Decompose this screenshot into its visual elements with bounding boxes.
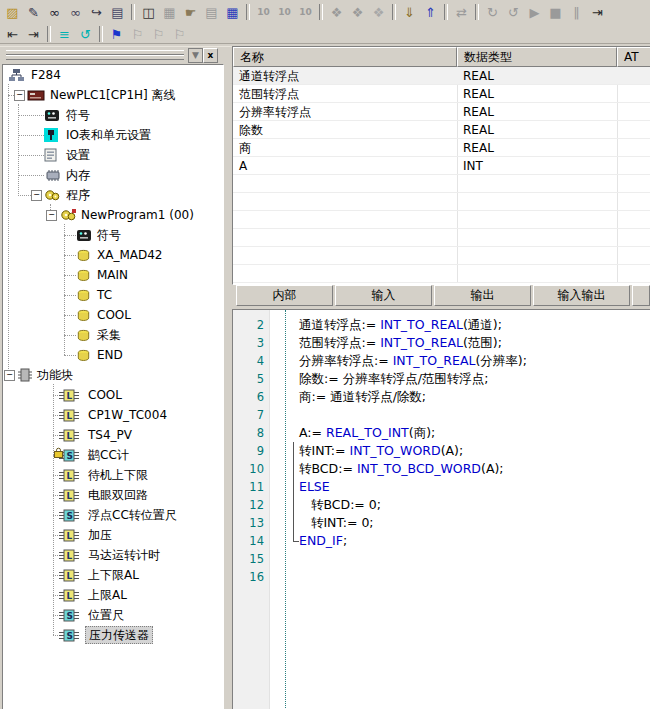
watch3-icon[interactable]: 10 — [295, 3, 316, 21]
tree-item[interactable]: COOL — [3, 305, 223, 325]
monitor-icon[interactable]: ❖ — [326, 3, 347, 21]
grid-icon[interactable]: ▦ — [159, 3, 180, 21]
table-empty-row[interactable] — [233, 247, 650, 265]
table-empty-row[interactable] — [233, 211, 650, 229]
stop-icon[interactable]: ■ — [545, 3, 566, 21]
tree-item[interactable]: IO表和单元设置 — [3, 125, 223, 145]
expand-toggle[interactable]: − — [46, 210, 57, 221]
expand-toggle[interactable]: − — [4, 370, 15, 381]
var-tab-output[interactable]: 输出 — [434, 285, 531, 306]
time-chart-icon[interactable]: ❖ — [368, 3, 389, 21]
expand-toggle[interactable]: − — [31, 190, 42, 201]
monitor-mode-icon[interactable]: ↺ — [503, 3, 524, 21]
diff-monitor-icon[interactable]: ❖ — [347, 3, 368, 21]
var-tab-internal[interactable]: 内部 — [236, 285, 333, 306]
indent-icon[interactable]: ⇥ — [23, 25, 44, 43]
bookmark-gray-icon[interactable]: ⚐ — [127, 25, 148, 43]
column-header[interactable]: AT — [617, 47, 650, 67]
tree-item[interactable]: −NewProgram1 (00) — [3, 205, 223, 225]
revert-list-icon[interactable]: ↺ — [75, 25, 96, 43]
workspace-close-button[interactable]: x — [203, 48, 218, 63]
st-code-text: (A); — [441, 443, 464, 458]
line-number: 5 — [233, 370, 264, 388]
tree-item[interactable]: XA_MAD42 — [3, 245, 223, 265]
find-icon[interactable]: ∞ — [44, 3, 65, 21]
svg-text:L: L — [67, 491, 73, 501]
align-list-icon[interactable]: ≡ — [54, 25, 75, 43]
tree-item[interactable]: L电眼双回路 — [3, 485, 223, 505]
run-icon[interactable]: ▶ — [524, 3, 545, 21]
table-empty-row[interactable] — [233, 265, 650, 283]
expand-toggle[interactable]: − — [14, 90, 25, 101]
workspace-dropdown-button[interactable]: ▼ — [188, 48, 203, 63]
io-dialog-icon[interactable]: ▦ — [222, 3, 243, 21]
var-type-cell: REAL — [457, 67, 623, 85]
tree-item[interactable]: F284 — [3, 65, 223, 85]
pause-icon[interactable]: ‖ — [566, 3, 587, 21]
st-code-editor[interactable]: 2通道转浮点:= INT_TO_REAL(通道);3范围转浮点:= INT_TO… — [232, 309, 650, 709]
watch-icon[interactable]: 10 — [253, 3, 274, 21]
tree-item[interactable]: −NewPLC1[CP1H] 离线 — [3, 85, 223, 105]
table-row[interactable]: 除数REAL — [233, 121, 650, 139]
tree-item[interactable]: 符号 — [3, 225, 223, 245]
table-row[interactable]: 通道转浮点REAL — [233, 67, 650, 85]
table-empty-row[interactable] — [233, 193, 650, 211]
tree-item-label: 加压 — [85, 527, 115, 543]
download-to-plc-icon[interactable]: ⇓ — [399, 3, 420, 21]
tree-item[interactable]: MAIN — [3, 265, 223, 285]
paste-icon[interactable]: ▨ — [2, 3, 23, 21]
hand-point-icon[interactable]: ☛ — [180, 3, 201, 21]
tree-item[interactable]: 内存 — [3, 165, 223, 185]
tree-item[interactable]: L上下限AL — [3, 565, 223, 585]
tree-item[interactable]: L马达运转计时 — [3, 545, 223, 565]
tree-item[interactable]: L加压 — [3, 525, 223, 545]
bookmark-icon[interactable]: ⚑ — [106, 25, 127, 43]
tree-item[interactable]: LTS4_PV — [3, 425, 223, 445]
tree-item[interactable]: S压力传送器 — [3, 625, 223, 645]
var-tab-inout[interactable]: 输入输出 — [533, 285, 630, 306]
tree-item[interactable]: −功能块 — [3, 365, 223, 385]
line-number: 7 — [233, 406, 264, 424]
tree-item[interactable]: S位置尺 — [3, 605, 223, 625]
tree-item[interactable]: LCP1W_TC004 — [3, 405, 223, 425]
tree-item[interactable]: −程序 — [3, 185, 223, 205]
edit-icon[interactable]: ✎ — [23, 3, 44, 21]
outdent-icon[interactable]: ⇤ — [2, 25, 23, 43]
bookmark-gray3-icon[interactable]: ⚐ — [169, 25, 190, 43]
upload-from-plc-icon[interactable]: ⇑ — [420, 3, 441, 21]
table-empty-row[interactable] — [233, 229, 650, 247]
tree-item[interactable]: 符号 — [3, 105, 223, 125]
list-icon[interactable]: ▤ — [201, 3, 222, 21]
work-online-icon[interactable]: ↻ — [482, 3, 503, 21]
tree-item[interactable]: L上限AL — [3, 585, 223, 605]
properties-icon[interactable]: ▤ — [107, 3, 128, 21]
tree-item[interactable]: S鹚CC计 — [3, 445, 223, 465]
tree-connector — [18, 195, 31, 197]
tree-item[interactable]: S浮点CC转位置尺 — [3, 505, 223, 525]
variable-tab-partial[interactable] — [632, 285, 650, 306]
tree-item[interactable]: TC — [3, 285, 223, 305]
tree-connector — [18, 155, 44, 157]
table-empty-row[interactable] — [233, 175, 650, 193]
tree-item[interactable]: LCOOL — [3, 385, 223, 405]
project-tree[interactable]: F284−NewPLC1[CP1H] 离线符号IO表和单元设置设置内存−程序−N… — [2, 64, 224, 709]
column-header[interactable]: 数据类型 — [457, 47, 617, 67]
table-row[interactable]: 范围转浮点REAL — [233, 85, 650, 103]
run-to-end-icon[interactable]: ⇥ — [587, 3, 608, 21]
find-replace-icon[interactable]: ∞ — [65, 3, 86, 21]
st-keyword: INT_TO_WORD — [349, 443, 440, 458]
tree-item[interactable]: 采集 — [3, 325, 223, 345]
table-row[interactable]: 分辨率转浮点REAL — [233, 103, 650, 121]
tree-item[interactable]: L待机上下限 — [3, 465, 223, 485]
column-header[interactable]: 名称 — [233, 47, 457, 67]
bookmark-gray2-icon[interactable]: ⚐ — [148, 25, 169, 43]
tree-item[interactable]: END — [3, 345, 223, 365]
watch2-icon[interactable]: 10 — [274, 3, 295, 21]
window-icon[interactable]: ◫ — [138, 3, 159, 21]
verify-icon[interactable]: ⇄ — [451, 3, 472, 21]
goto-icon[interactable]: ↪ — [86, 3, 107, 21]
var-tab-input[interactable]: 输入 — [335, 285, 432, 306]
table-row[interactable]: 商REAL — [233, 139, 650, 157]
table-row[interactable]: AINT — [233, 157, 650, 175]
tree-item[interactable]: 设置 — [3, 145, 223, 165]
